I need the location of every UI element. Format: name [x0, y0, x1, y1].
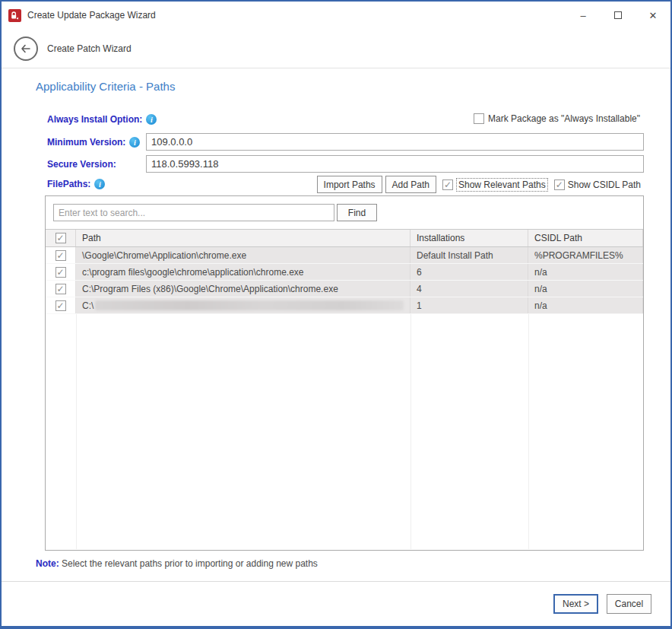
row-csidl: n/a — [528, 281, 643, 297]
row-csidl: n/a — [528, 297, 643, 313]
row-checkbox-cell — [46, 297, 76, 313]
maximize-button[interactable] — [601, 2, 636, 29]
column-header-path[interactable]: Path — [76, 230, 410, 246]
import-paths-button[interactable]: Import Paths — [317, 176, 382, 193]
info-icon[interactable]: i — [146, 114, 157, 125]
row-installations: 6 — [410, 264, 528, 280]
minimum-version-input[interactable] — [146, 133, 644, 151]
row-installations: 4 — [410, 281, 528, 297]
always-install-label: Always Install Option: i — [47, 114, 157, 125]
info-icon[interactable]: i — [129, 137, 140, 148]
table-row[interactable]: \Google\Chrome\Application\chrome.exeDef… — [46, 247, 643, 264]
row-checkbox-cell — [46, 264, 76, 280]
mark-package-option[interactable]: Mark Package as "Always Installable" — [474, 113, 640, 124]
row-csidl: n/a — [528, 264, 643, 280]
wizard-window: Create Update Package Wizard – ✕ Create … — [0, 0, 672, 629]
mark-package-label: Mark Package as "Always Installable" — [488, 113, 640, 124]
row-csidl: %PROGRAMFILES% — [528, 247, 643, 263]
filepaths-panel: Find Path Installations CSIDL Path \Goog… — [45, 195, 644, 551]
cancel-button[interactable]: Cancel — [607, 594, 651, 614]
empty-column-lines — [46, 314, 643, 549]
minimum-version-label: Minimum Version: i — [47, 137, 140, 148]
info-icon[interactable]: i — [94, 179, 105, 189]
back-label: Create Patch Wizard — [47, 43, 132, 54]
header-checkbox-cell — [46, 230, 76, 246]
show-csidl-path-label: Show CSIDL Path — [568, 179, 641, 190]
show-csidl-path-option[interactable]: Show CSIDL Path — [554, 179, 641, 190]
row-path: \Google\Chrome\Application\chrome.exe — [76, 247, 410, 263]
window-controls: – ✕ — [566, 2, 670, 29]
close-button[interactable]: ✕ — [636, 2, 670, 29]
paths-toolbar: Import Paths Add Path Show Relevant Path… — [317, 176, 641, 193]
note-prefix: Note: — [36, 558, 59, 569]
table-row[interactable]: C:\Program Files (x86)\Google\Chrome\App… — [46, 281, 643, 297]
app-icon — [8, 9, 21, 22]
minimize-button[interactable]: – — [566, 2, 601, 29]
find-button[interactable]: Find — [337, 204, 377, 221]
show-relevant-paths-label: Show Relevant Paths — [456, 178, 548, 192]
table-row[interactable]: c:\program files\google\chrome\applicati… — [46, 264, 643, 281]
table-body: \Google\Chrome\Application\chrome.exeDef… — [46, 247, 643, 314]
secure-version-label: Secure Version: — [47, 159, 116, 170]
secure-version-input[interactable] — [146, 155, 644, 173]
table-header: Path Installations CSIDL Path — [46, 229, 643, 247]
search-row: Find — [53, 204, 636, 221]
row-path: C:\ — [76, 297, 410, 313]
select-all-checkbox[interactable] — [55, 233, 66, 243]
filepaths-label: FilePaths: i — [47, 179, 105, 189]
row-checkbox[interactable] — [55, 300, 66, 311]
content-area: Applicability Criteria - Paths Always In… — [2, 69, 670, 581]
column-header-installations[interactable]: Installations — [410, 230, 528, 246]
note-text: Note: Select the relevant paths prior to… — [36, 558, 318, 569]
footer-bar: Next > Cancel — [2, 581, 670, 626]
back-arrow-icon — [20, 43, 32, 55]
search-input[interactable] — [53, 204, 334, 221]
add-path-button[interactable]: Add Path — [385, 176, 436, 193]
next-button[interactable]: Next > — [553, 594, 598, 614]
title-bar: Create Update Package Wizard – ✕ — [2, 2, 670, 29]
row-checkbox[interactable] — [55, 267, 66, 278]
redacted-path-blur — [95, 300, 404, 310]
page-title: Applicability Criteria - Paths — [36, 80, 175, 93]
row-installations: Default Install Path — [410, 247, 528, 263]
row-path: C:\Program Files (x86)\Google\Chrome\App… — [76, 281, 410, 297]
show-relevant-paths-checkbox[interactable] — [442, 179, 453, 190]
row-checkbox-cell — [46, 281, 76, 297]
row-installations: 1 — [410, 297, 528, 313]
wizard-header: Create Patch Wizard — [2, 29, 670, 68]
back-button[interactable] — [14, 37, 38, 61]
row-path: c:\program files\google\chrome\applicati… — [76, 264, 410, 280]
window-title: Create Update Package Wizard — [27, 10, 156, 21]
show-relevant-paths-option[interactable]: Show Relevant Paths — [442, 178, 548, 192]
table-row[interactable]: C:\1n/a — [46, 297, 643, 314]
show-csidl-path-checkbox[interactable] — [554, 179, 565, 190]
column-header-csidl[interactable]: CSIDL Path — [528, 230, 643, 246]
row-checkbox[interactable] — [55, 284, 66, 294]
row-checkbox-cell — [46, 247, 76, 263]
mark-package-checkbox[interactable] — [474, 113, 484, 124]
row-checkbox[interactable] — [55, 250, 66, 261]
